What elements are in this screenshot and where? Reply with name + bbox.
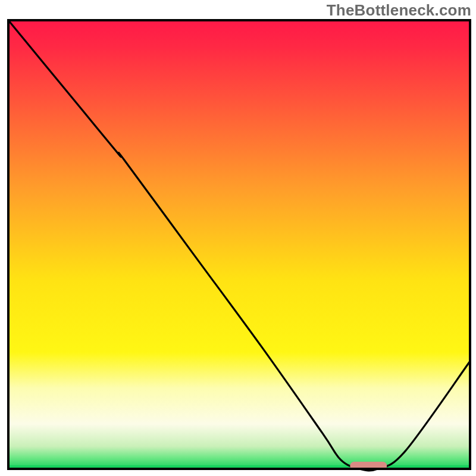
chart-frame: TheBottleneck.com <box>0 0 476 476</box>
bottleneck-chart <box>0 0 476 476</box>
watermark-text: TheBottleneck.com <box>327 1 471 20</box>
plot-background <box>8 20 470 469</box>
